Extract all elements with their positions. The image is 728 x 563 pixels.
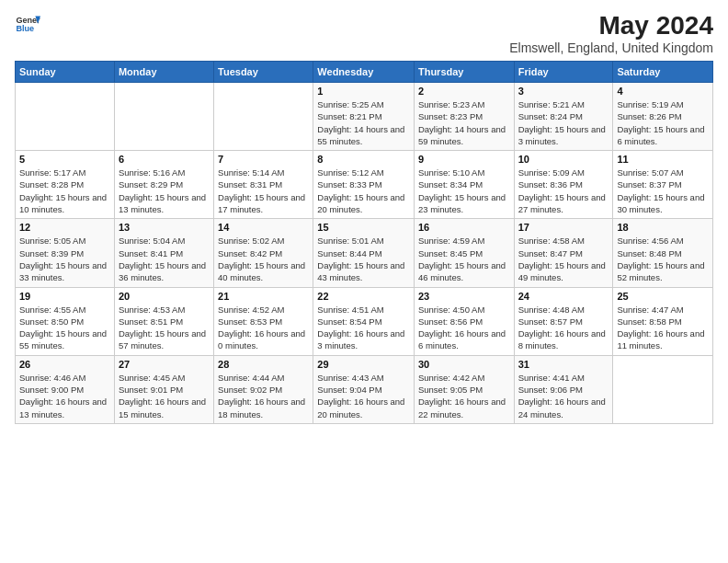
day-number: 22	[317, 291, 410, 302]
day-info: Sunrise: 5:12 AMSunset: 8:33 PMDaylight:…	[317, 167, 410, 215]
day-info: Sunrise: 5:02 AMSunset: 8:42 PMDaylight:…	[218, 235, 309, 283]
day-info: Sunrise: 4:45 AMSunset: 9:01 PMDaylight:…	[119, 372, 210, 420]
day-info: Sunrise: 4:52 AMSunset: 8:53 PMDaylight:…	[218, 304, 309, 352]
page: General Blue May 2024 Elmswell, England,…	[0, 0, 728, 563]
day-number: 2	[418, 86, 510, 97]
calendar-week-1: 5Sunrise: 5:17 AMSunset: 8:28 PMDaylight…	[16, 151, 713, 219]
calendar-table: Sunday Monday Tuesday Wednesday Thursday…	[15, 61, 713, 424]
day-info: Sunrise: 4:56 AMSunset: 8:48 PMDaylight:…	[617, 235, 709, 283]
day-number: 26	[19, 359, 110, 370]
day-info: Sunrise: 4:53 AMSunset: 8:51 PMDaylight:…	[119, 304, 210, 352]
day-info: Sunrise: 5:16 AMSunset: 8:29 PMDaylight:…	[119, 167, 210, 215]
day-info: Sunrise: 5:25 AMSunset: 8:21 PMDaylight:…	[317, 98, 410, 147]
day-info: Sunrise: 4:46 AMSunset: 9:00 PMDaylight:…	[19, 372, 110, 420]
calendar-cell: 18Sunrise: 4:56 AMSunset: 8:48 PMDayligh…	[613, 219, 713, 287]
day-number: 5	[19, 154, 110, 165]
day-info: Sunrise: 4:48 AMSunset: 8:57 PMDaylight:…	[518, 304, 609, 352]
svg-text:Blue: Blue	[16, 24, 34, 33]
day-info: Sunrise: 5:23 AMSunset: 8:23 PMDaylight:…	[418, 98, 510, 147]
day-number: 12	[19, 222, 110, 233]
col-friday: Friday	[514, 62, 613, 83]
day-number: 28	[218, 359, 309, 370]
day-info: Sunrise: 4:44 AMSunset: 9:02 PMDaylight:…	[218, 372, 309, 420]
day-info: Sunrise: 5:07 AMSunset: 8:37 PMDaylight:…	[617, 167, 709, 215]
day-info: Sunrise: 4:42 AMSunset: 9:05 PMDaylight:…	[418, 372, 510, 420]
col-saturday: Saturday	[613, 62, 713, 83]
day-info: Sunrise: 5:21 AMSunset: 8:24 PMDaylight:…	[518, 98, 609, 147]
day-number: 1	[317, 86, 410, 97]
day-number: 31	[518, 359, 609, 370]
calendar-cell: 19Sunrise: 4:55 AMSunset: 8:50 PMDayligh…	[16, 287, 115, 355]
day-info: Sunrise: 4:51 AMSunset: 8:54 PMDaylight:…	[317, 304, 410, 352]
header: General Blue May 2024 Elmswell, England,…	[15, 11, 713, 55]
day-number: 7	[218, 154, 309, 165]
main-title: May 2024	[509, 11, 713, 40]
calendar-cell: 29Sunrise: 4:43 AMSunset: 9:04 PMDayligh…	[313, 355, 415, 423]
calendar-cell: 6Sunrise: 5:16 AMSunset: 8:29 PMDaylight…	[114, 151, 213, 219]
day-info: Sunrise: 5:09 AMSunset: 8:36 PMDaylight:…	[518, 167, 609, 215]
calendar-cell	[214, 83, 313, 151]
calendar-week-3: 19Sunrise: 4:55 AMSunset: 8:50 PMDayligh…	[16, 287, 713, 355]
calendar-cell: 13Sunrise: 5:04 AMSunset: 8:41 PMDayligh…	[114, 219, 213, 287]
calendar-cell: 27Sunrise: 4:45 AMSunset: 9:01 PMDayligh…	[114, 355, 213, 423]
day-info: Sunrise: 5:10 AMSunset: 8:34 PMDaylight:…	[418, 167, 510, 215]
day-info: Sunrise: 5:19 AMSunset: 8:26 PMDaylight:…	[617, 98, 709, 147]
col-sunday: Sunday	[16, 62, 115, 83]
day-info: Sunrise: 4:47 AMSunset: 8:58 PMDaylight:…	[617, 304, 709, 352]
day-info: Sunrise: 4:41 AMSunset: 9:06 PMDaylight:…	[518, 372, 609, 420]
calendar-header-row: Sunday Monday Tuesday Wednesday Thursday…	[16, 62, 713, 83]
calendar-cell	[114, 83, 213, 151]
day-number: 6	[119, 154, 210, 165]
calendar-cell: 8Sunrise: 5:12 AMSunset: 8:33 PMDaylight…	[313, 151, 415, 219]
day-number: 13	[119, 222, 210, 233]
calendar-cell: 25Sunrise: 4:47 AMSunset: 8:58 PMDayligh…	[613, 287, 713, 355]
calendar-cell: 31Sunrise: 4:41 AMSunset: 9:06 PMDayligh…	[514, 355, 613, 423]
day-info: Sunrise: 4:58 AMSunset: 8:47 PMDaylight:…	[518, 235, 609, 283]
calendar-cell: 1Sunrise: 5:25 AMSunset: 8:21 PMDaylight…	[313, 83, 415, 151]
calendar-cell: 7Sunrise: 5:14 AMSunset: 8:31 PMDaylight…	[214, 151, 313, 219]
day-number: 14	[218, 222, 309, 233]
calendar-cell: 21Sunrise: 4:52 AMSunset: 8:53 PMDayligh…	[214, 287, 313, 355]
day-number: 4	[617, 86, 709, 97]
calendar-cell: 10Sunrise: 5:09 AMSunset: 8:36 PMDayligh…	[514, 151, 613, 219]
calendar-cell: 11Sunrise: 5:07 AMSunset: 8:37 PMDayligh…	[613, 151, 713, 219]
day-info: Sunrise: 4:50 AMSunset: 8:56 PMDaylight:…	[418, 304, 510, 352]
day-info: Sunrise: 4:55 AMSunset: 8:50 PMDaylight:…	[19, 304, 110, 352]
calendar-cell: 28Sunrise: 4:44 AMSunset: 9:02 PMDayligh…	[214, 355, 313, 423]
day-number: 10	[518, 154, 609, 165]
day-info: Sunrise: 5:05 AMSunset: 8:39 PMDaylight:…	[19, 235, 110, 283]
calendar-cell: 30Sunrise: 4:42 AMSunset: 9:05 PMDayligh…	[414, 355, 514, 423]
day-number: 23	[418, 291, 510, 302]
calendar-cell: 12Sunrise: 5:05 AMSunset: 8:39 PMDayligh…	[16, 219, 115, 287]
day-number: 19	[19, 291, 110, 302]
calendar-cell: 15Sunrise: 5:01 AMSunset: 8:44 PMDayligh…	[313, 219, 415, 287]
col-thursday: Thursday	[414, 62, 514, 83]
logo: General Blue	[15, 11, 40, 37]
day-number: 15	[317, 222, 410, 233]
day-number: 17	[518, 222, 609, 233]
col-tuesday: Tuesday	[214, 62, 313, 83]
day-info: Sunrise: 4:59 AMSunset: 8:45 PMDaylight:…	[418, 235, 510, 283]
day-number: 8	[317, 154, 410, 165]
calendar-cell: 2Sunrise: 5:23 AMSunset: 8:23 PMDaylight…	[414, 83, 514, 151]
calendar-cell: 5Sunrise: 5:17 AMSunset: 8:28 PMDaylight…	[16, 151, 115, 219]
day-info: Sunrise: 5:14 AMSunset: 8:31 PMDaylight:…	[218, 167, 309, 215]
calendar-cell: 17Sunrise: 4:58 AMSunset: 8:47 PMDayligh…	[514, 219, 613, 287]
day-info: Sunrise: 5:04 AMSunset: 8:41 PMDaylight:…	[119, 235, 210, 283]
calendar-cell: 23Sunrise: 4:50 AMSunset: 8:56 PMDayligh…	[414, 287, 514, 355]
day-number: 30	[418, 359, 510, 370]
day-info: Sunrise: 5:01 AMSunset: 8:44 PMDaylight:…	[317, 235, 410, 283]
calendar-cell: 14Sunrise: 5:02 AMSunset: 8:42 PMDayligh…	[214, 219, 313, 287]
calendar-week-4: 26Sunrise: 4:46 AMSunset: 9:00 PMDayligh…	[16, 355, 713, 423]
calendar-week-0: 1Sunrise: 5:25 AMSunset: 8:21 PMDaylight…	[16, 83, 713, 151]
day-info: Sunrise: 5:17 AMSunset: 8:28 PMDaylight:…	[19, 167, 110, 215]
calendar-cell: 22Sunrise: 4:51 AMSunset: 8:54 PMDayligh…	[313, 287, 415, 355]
day-number: 3	[518, 86, 609, 97]
day-number: 11	[617, 154, 709, 165]
day-number: 29	[317, 359, 410, 370]
calendar-cell	[16, 83, 115, 151]
day-number: 25	[617, 291, 709, 302]
col-wednesday: Wednesday	[313, 62, 415, 83]
day-number: 27	[119, 359, 210, 370]
calendar-cell: 9Sunrise: 5:10 AMSunset: 8:34 PMDaylight…	[414, 151, 514, 219]
